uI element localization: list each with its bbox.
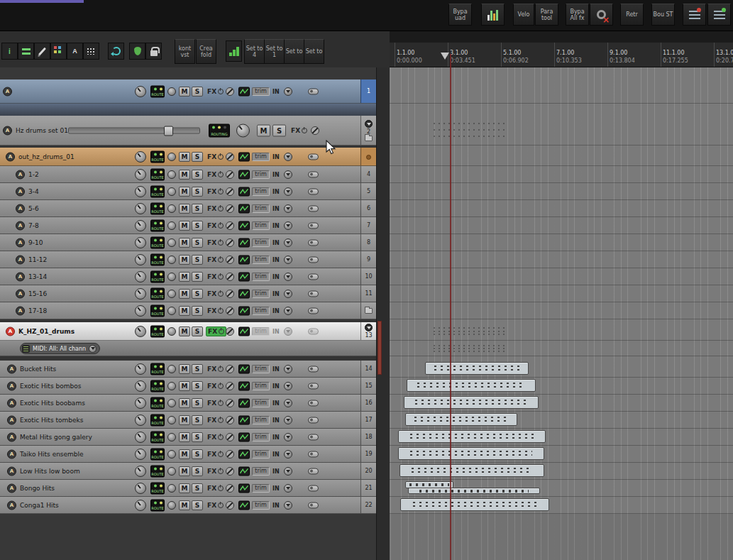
volume-knob[interactable]: [135, 414, 146, 426]
record-input-icon[interactable]: [308, 88, 319, 94]
input-button[interactable]: IN: [272, 366, 280, 372]
record-arm-button[interactable]: A: [16, 238, 25, 247]
set-to-button-a[interactable]: Set to: [284, 39, 304, 64]
phase-button[interactable]: [226, 365, 234, 373]
envelope-button[interactable]: [238, 187, 250, 196]
track-number-strip[interactable]: 20: [360, 463, 376, 479]
volume-knob[interactable]: [135, 466, 146, 477]
track-name[interactable]: 3-4: [28, 188, 39, 195]
envelope-button[interactable]: [238, 398, 250, 407]
record-arm-button[interactable]: A: [7, 381, 16, 390]
record-monitor-button[interactable]: [167, 187, 176, 196]
mute-button[interactable]: M: [179, 415, 190, 425]
mute-button[interactable]: M: [179, 221, 190, 231]
envelope-button[interactable]: [238, 87, 250, 96]
track-panel-row[interactable]: A Exotic Hits tombeks ROUTING ROUTE M S …: [0, 412, 376, 429]
mute-button[interactable]: M: [179, 187, 190, 197]
track-panel-row[interactable]: A Bucket Hits ROUTING ROUTE M S FX trim …: [0, 361, 376, 378]
input-dropdown[interactable]: [284, 365, 292, 373]
trim-button[interactable]: trim: [252, 153, 270, 161]
volume-knob[interactable]: [135, 271, 146, 282]
phase-button[interactable]: [226, 204, 234, 213]
record-input-icon[interactable]: [308, 417, 319, 423]
record-arm-button[interactable]: A: [7, 415, 16, 424]
arrange-lane[interactable]: [390, 166, 733, 183]
track-panel-row[interactable]: A 15-16 ROUTING ROUTE M S FX trim IN 11: [0, 285, 376, 302]
track-number-strip[interactable]: 13: [360, 322, 376, 340]
route-button[interactable]: ROUTE: [150, 85, 165, 97]
fx-button[interactable]: FX: [206, 204, 225, 214]
record-input-icon[interactable]: [308, 307, 319, 314]
input-button[interactable]: IN: [272, 205, 280, 212]
input-dropdown[interactable]: [284, 153, 292, 161]
track-panel-row[interactable]: A Low Hits low boom ROUTING ROUTE M S FX…: [0, 463, 376, 480]
track-number-strip[interactable]: 8: [360, 234, 376, 251]
record-arm-button[interactable]: A: [16, 221, 25, 230]
trim-button[interactable]: trim: [252, 204, 270, 213]
solo-button[interactable]: S: [192, 381, 203, 391]
track-number-strip[interactable]: 16: [360, 395, 376, 411]
envelope-button[interactable]: [238, 500, 250, 510]
track-name[interactable]: 9-10: [28, 239, 43, 246]
mute-button[interactable]: M: [179, 466, 190, 476]
grid-tool-button[interactable]: [83, 43, 99, 60]
fx-button[interactable]: FX: [206, 187, 225, 197]
route-button[interactable]: ROUTE: [150, 325, 165, 337]
input-dropdown[interactable]: [284, 433, 292, 441]
route-button[interactable]: ROUTE: [150, 270, 165, 282]
trim-button[interactable]: trim: [252, 450, 270, 459]
record-monitor-button[interactable]: [167, 416, 176, 424]
arrange-lane[interactable]: [390, 412, 733, 429]
media-item[interactable]: [404, 396, 539, 409]
input-dropdown[interactable]: [284, 467, 292, 476]
input-dropdown[interactable]: [284, 484, 292, 493]
input-button[interactable]: IN: [272, 222, 280, 229]
track-number-strip[interactable]: 10: [360, 268, 376, 285]
route-button[interactable]: ROUTE: [150, 185, 165, 197]
arrange-lane[interactable]: [390, 200, 733, 217]
record-monitor-button[interactable]: [167, 256, 176, 264]
record-monitor-button[interactable]: [167, 290, 176, 298]
fx-button[interactable]: FX: [206, 432, 225, 442]
phase-button[interactable]: [226, 382, 234, 390]
arrange-lane[interactable]: [390, 497, 733, 514]
volume-knob[interactable]: [135, 363, 146, 375]
envelope-button[interactable]: [238, 364, 250, 373]
trim-button[interactable]: trim: [252, 256, 270, 264]
trim-button[interactable]: trim: [252, 365, 270, 373]
input-button[interactable]: IN: [272, 502, 280, 508]
envelope-button[interactable]: [238, 170, 250, 179]
record-arm-button[interactable]: A: [3, 87, 12, 96]
fx-button[interactable]: FX: [206, 326, 226, 336]
fx-button[interactable]: FX: [206, 221, 225, 231]
envelope-button[interactable]: [238, 381, 250, 390]
media-item[interactable]: [405, 413, 517, 426]
solo-button[interactable]: S: [192, 483, 203, 493]
phase-button[interactable]: [226, 399, 234, 407]
phase-button[interactable]: [226, 416, 234, 424]
track-number-strip[interactable]: 19: [360, 446, 376, 462]
kontakt-vst-button[interactable]: kont vst: [175, 39, 195, 64]
track-name[interactable]: 7-8: [28, 222, 39, 229]
record-monitor-button[interactable]: [167, 87, 176, 96]
arrange-lane[interactable]: [390, 429, 733, 446]
envelope-button[interactable]: [238, 272, 250, 281]
fx-button[interactable]: FX: [206, 255, 225, 265]
set-to-4-button[interactable]: Set to 4: [244, 39, 265, 64]
volume-knob[interactable]: [135, 186, 146, 197]
phase-button[interactable]: [226, 87, 234, 96]
track-number-strip[interactable]: 1: [360, 79, 376, 103]
phase-button[interactable]: [226, 153, 234, 161]
slider-thumb[interactable]: [164, 126, 173, 136]
set-to-1-button[interactable]: Set to 1: [264, 39, 285, 64]
phase-button[interactable]: [226, 501, 234, 510]
phase-button[interactable]: [226, 467, 234, 476]
track-name[interactable]: 11-12: [28, 256, 47, 263]
arrange-lane[interactable]: [390, 395, 733, 412]
mute-button[interactable]: M: [179, 306, 190, 316]
record-input-icon[interactable]: [308, 468, 319, 474]
phase-button[interactable]: [226, 290, 234, 298]
mute-button[interactable]: M: [179, 398, 190, 408]
arrange-lane[interactable]: [390, 183, 733, 200]
vertical-scrollbar[interactable]: [376, 67, 390, 560]
